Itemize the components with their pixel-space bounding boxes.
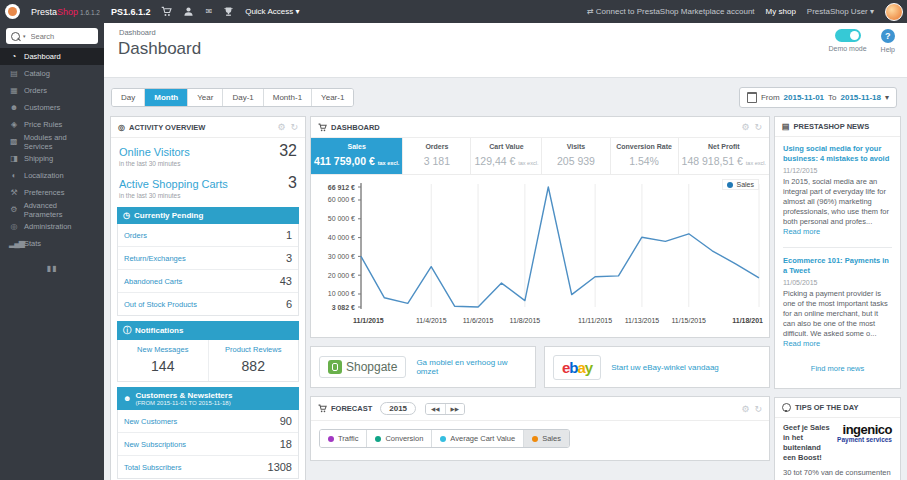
forecast-traffic-button[interactable]: Traffic: [320, 430, 367, 447]
read-more-link[interactable]: Read more: [783, 339, 820, 348]
online-visitors-sub: in the last 30 minutes: [111, 160, 305, 170]
demo-mode-control[interactable]: Demo mode: [828, 29, 866, 52]
ebay-banner[interactable]: ebay Start uw eBay-winkel vandaag: [544, 346, 770, 388]
currently-pending-header[interactable]: ◷Currently Pending: [117, 207, 299, 224]
sidebar-item-dashboard[interactable]: ◔Dashboard: [0, 48, 104, 65]
search-input[interactable]: [29, 31, 93, 42]
ebay-link[interactable]: Start uw eBay-winkel vandaag: [611, 363, 719, 372]
panel-settings-icon[interactable]: ⚙: [741, 122, 749, 132]
svg-text:11/8/2015: 11/8/2015: [510, 317, 541, 324]
sidebar-item-price-rules[interactable]: ◈Price Rules: [0, 116, 104, 133]
kpi-orders[interactable]: Orders3 181: [403, 138, 471, 174]
range-month-1-button[interactable]: Month-1: [264, 89, 312, 106]
kpi-cart-value[interactable]: Cart Value129,44 € tax excl.: [471, 138, 542, 174]
notifications-header[interactable]: ⓘNotifications: [117, 321, 299, 340]
pending-row-returns: Return/Exchanges3: [118, 247, 298, 270]
user-avatar[interactable]: [885, 3, 903, 21]
svg-text:30 000 €: 30 000 €: [328, 253, 355, 260]
conversion-dot-icon: [375, 436, 381, 442]
range-day-button[interactable]: Day: [112, 89, 145, 106]
svg-text:20 000 €: 20 000 €: [328, 272, 355, 279]
sidebar-item-shipping[interactable]: ◨Shipping: [0, 150, 104, 167]
administration-icon: ◎: [9, 222, 18, 231]
help-icon[interactable]: ?: [881, 29, 895, 43]
shopgate-banner[interactable]: Shopgate Ga mobiel en verhoog uw omzet: [310, 346, 536, 388]
marketplace-link[interactable]: ⇄ Connect to PrestaShop Marketplace acco…: [587, 7, 755, 16]
range-month-button[interactable]: Month: [145, 89, 188, 106]
tips-of-the-day-panel: TIPS OF THE DAY ingenico Payment service…: [774, 397, 901, 480]
traffic-dot-icon: [328, 436, 334, 442]
news-item-title[interactable]: Using social media for your business: 4 …: [783, 144, 892, 164]
range-year-1-button[interactable]: Year-1: [312, 89, 353, 106]
collapse-menu-icon[interactable]: ▮▮: [0, 264, 104, 273]
activity-icon: ◎: [118, 123, 125, 132]
breadcrumb[interactable]: Dashboard: [104, 23, 907, 37]
date-range-picker-button[interactable]: From2015-11-01 To2015-11-18 ▾: [739, 87, 897, 108]
sales-chart-svg: 66 912 €60 000 €50 000 €40 000 €30 000 €…: [315, 179, 765, 331]
shopgate-logo: Shopgate: [319, 356, 406, 378]
clock-icon: ◷: [123, 211, 130, 220]
read-more-link[interactable]: Read more: [783, 227, 820, 236]
forecast-sales-button[interactable]: Sales: [524, 430, 569, 447]
cart-icon[interactable]: [161, 6, 172, 17]
news-item-title[interactable]: Ecommerce 101: Payments in a Tweet: [783, 256, 892, 276]
panel-settings-icon[interactable]: ⚙: [277, 122, 285, 132]
dashboard-cart-icon: [318, 123, 327, 132]
svg-text:11/6/2015: 11/6/2015: [463, 317, 494, 324]
search-scope-caret-icon[interactable]: ▾: [23, 33, 26, 39]
partner-banners: Shopgate Ga mobiel en verhoog uw omzet e…: [310, 346, 770, 388]
kpi-visits[interactable]: Visits205 939: [542, 138, 610, 174]
demo-mode-toggle[interactable]: [835, 29, 861, 42]
online-visitors-link[interactable]: Online Visitors: [119, 146, 190, 158]
forecast-avg-cart-button[interactable]: Average Cart Value: [432, 430, 524, 447]
sidebar-item-localization[interactable]: ◐Localization: [0, 167, 104, 184]
active-carts-value: 3: [288, 174, 297, 192]
shopgate-link[interactable]: Ga mobiel en verhoog uw omzet: [416, 358, 527, 376]
sidebar-item-catalog[interactable]: ▤Catalog: [0, 65, 104, 82]
messages-icon[interactable]: ✉: [205, 7, 212, 16]
ingenico-logo: ingenico Payment services: [837, 423, 892, 443]
range-day-1-button[interactable]: Day-1: [223, 89, 263, 106]
panel-refresh-icon[interactable]: ↻: [754, 122, 762, 132]
panel-refresh-icon[interactable]: ↻: [290, 122, 298, 132]
total-subscribers-row: Total Subscribers1308: [118, 456, 298, 478]
my-shop-link[interactable]: My shop: [766, 7, 796, 16]
active-carts-link[interactable]: Active Shopping Carts: [119, 178, 228, 190]
svg-text:60 000 €: 60 000 €: [328, 196, 355, 203]
sidebar-item-preferences[interactable]: ⚒Preferences: [0, 184, 104, 201]
find-more-news-link[interactable]: Find more news: [783, 356, 892, 383]
sidebar-item-modules[interactable]: ▩Modules and Services: [0, 133, 104, 150]
customers-newsletters-header[interactable]: ☻Customers & Newsletters(FROM 2015-11-01…: [117, 387, 299, 410]
svg-text:11/1/2015: 11/1/2015: [353, 317, 384, 324]
chart-legend[interactable]: Sales: [722, 179, 759, 190]
prestashop-logo[interactable]: [5, 4, 20, 19]
sidebar-search[interactable]: ▾: [6, 28, 98, 44]
sidebar-item-advanced-parameters[interactable]: ⚙Advanced Parameters: [0, 201, 104, 218]
forecast-legend: Traffic Conversion Average Cart Value Sa…: [319, 429, 570, 448]
brand-text: PrestaShop1.6.1.2: [31, 7, 100, 17]
quick-access-menu[interactable]: Quick Access ▾: [245, 7, 299, 16]
forecast-year-badge: 2015: [380, 402, 416, 415]
topbar: PrestaShop1.6.1.2 PS1.6.1.2 ✉ Quick Acce…: [0, 0, 907, 23]
employees-icon[interactable]: [183, 6, 194, 17]
sidebar-item-administration[interactable]: ◎Administration: [0, 218, 104, 235]
forecast-next-button[interactable]: ▶▶: [446, 404, 464, 414]
kpi-net-profit[interactable]: Net Profit148 918,51 € tax excl.: [679, 138, 769, 174]
forecast-conversion-button[interactable]: Conversion: [367, 430, 432, 447]
trophy-icon[interactable]: [223, 6, 234, 17]
pending-row-orders: Orders1: [118, 224, 298, 247]
news-item-date: 11/05/2015: [783, 279, 892, 286]
avg-cart-dot-icon: [440, 436, 446, 442]
sidebar-item-orders[interactable]: ▦Orders: [0, 82, 104, 99]
kpi-sales[interactable]: Sales411 759,00 € tax excl.: [311, 138, 403, 174]
panel-refresh-icon[interactable]: ↻: [754, 404, 762, 414]
forecast-prev-button[interactable]: ◀◀: [426, 404, 445, 414]
help-control[interactable]: ? Help: [881, 29, 895, 53]
kpi-conversion-rate[interactable]: Conversion Rate1.54%: [611, 138, 679, 174]
panel-settings-icon[interactable]: ⚙: [741, 404, 749, 414]
user-menu[interactable]: PrestaShop User ▾: [807, 7, 874, 16]
range-year-button[interactable]: Year: [188, 89, 223, 106]
tip-body: 30 tot 70% van de consumenten in Europa …: [783, 468, 892, 480]
sidebar-item-stats[interactable]: ▂▄▆Stats: [0, 235, 104, 252]
sidebar-item-customers[interactable]: ☻Customers: [0, 99, 104, 116]
